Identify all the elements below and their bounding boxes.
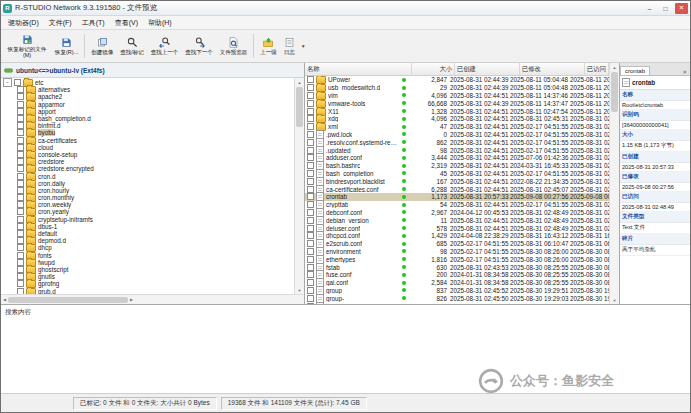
menu-tools[interactable]: 工具(T) [77, 17, 110, 29]
checkbox[interactable] [17, 194, 24, 201]
column-header-modified[interactable]: 已修改 [520, 63, 585, 75]
checkbox[interactable] [17, 137, 24, 144]
checkbox[interactable] [17, 273, 24, 280]
checkbox[interactable] [17, 216, 24, 223]
column-header-size[interactable]: 大小 [412, 63, 455, 75]
tree-item-dbus-1[interactable]: dbus-1 [3, 223, 294, 230]
checkbox[interactable] [17, 173, 24, 180]
tree-item-ca-certificates[interactable]: ca-certificates [3, 137, 294, 144]
checkbox[interactable] [17, 244, 24, 251]
tree-item-bash-completion-d[interactable]: bash_completion.d [3, 115, 294, 122]
checkbox[interactable] [17, 280, 24, 287]
scroll-down-icon[interactable]: ▼ [613, 296, 617, 304]
file-modified: 2025-08-11 14:37:47 [510, 100, 570, 107]
menu-file[interactable]: 文件(F) [44, 17, 77, 29]
tree-item-byobu[interactable]: byobu [3, 129, 294, 136]
checkbox[interactable] [17, 101, 24, 108]
checkbox[interactable] [17, 122, 24, 129]
checkbox[interactable] [17, 266, 24, 273]
scroll-right-icon[interactable]: ▶ [130, 297, 133, 302]
tree-item-cryptsetup-initramfs[interactable]: cryptsetup-initramfs [3, 216, 294, 223]
tree-item-cloud[interactable]: cloud [3, 144, 294, 151]
tree-item-cron-yearly[interactable]: cron.yearly [3, 208, 294, 215]
file-list-vertical-scrollbar[interactable]: ▲ ▼ [609, 63, 619, 304]
tree-collapse-icon[interactable]: − [3, 78, 12, 87]
title-bar[interactable]: R R-STUDIO Network 9.3.191580 - 文件预览 – □… [1, 1, 690, 16]
tree-item-cron-monthly[interactable]: cron.monthly [3, 194, 294, 201]
checkbox[interactable] [17, 86, 24, 93]
maximize-button[interactable]: □ [659, 3, 672, 14]
tree-horizontal-scrollbar[interactable]: ◀ ▶ [1, 294, 304, 304]
checkbox[interactable] [14, 79, 21, 86]
checkbox[interactable] [17, 93, 24, 100]
tree-root-etc[interactable]: − etc [3, 79, 294, 86]
log-content-area[interactable] [1, 320, 690, 393]
panel-close-icon[interactable]: ✕ [679, 69, 690, 75]
scrollbar-thumb[interactable] [611, 72, 618, 112]
checkbox[interactable] [17, 115, 24, 122]
checkbox[interactable] [17, 144, 24, 151]
tree-item-depmod-d[interactable]: depmod.d [3, 237, 294, 244]
tree-vertical-scrollbar[interactable]: ▲ ▼ [294, 78, 304, 294]
find-next-button[interactable]: 查找下一个 [182, 31, 216, 61]
tree-item-apache2[interactable]: apache2 [3, 93, 294, 100]
checkbox[interactable] [17, 129, 24, 136]
scroll-up-icon[interactable]: ▲ [613, 63, 617, 71]
checkbox[interactable] [17, 252, 24, 259]
scrollbar-thumb[interactable] [296, 87, 303, 127]
scroll-left-icon[interactable]: ◀ [3, 297, 6, 302]
tree-item-cron-weekly[interactable]: cron.weekly [3, 201, 294, 208]
toolbar-overflow-chevron-down-icon[interactable]: ▼ [299, 43, 308, 49]
checkbox[interactable] [17, 208, 24, 215]
minimize-button[interactable]: – [643, 3, 656, 14]
tree-item-ghostscript[interactable]: ghostscript [3, 266, 294, 273]
tree-item-alternatives[interactable]: alternatives [3, 86, 294, 93]
tree-item-apparmor[interactable]: apparmor [3, 101, 294, 108]
checkbox[interactable] [17, 151, 24, 158]
menu-view[interactable]: 查看(V) [110, 17, 143, 29]
tree-item-credstore-encrypted[interactable]: credstore.encrypted [3, 165, 294, 172]
scroll-down-icon[interactable]: ▼ [298, 286, 302, 294]
tree-item-cron-d[interactable]: cron.d [3, 172, 294, 179]
menu-help[interactable]: 帮助(H) [143, 17, 177, 29]
file-viewer-button[interactable]: 文件预览器 [217, 31, 251, 61]
log-button[interactable]: 日志 [281, 31, 298, 61]
checkbox[interactable] [17, 108, 24, 115]
checkbox[interactable] [17, 165, 24, 172]
checkbox[interactable] [17, 187, 24, 194]
tree-item-cron-daily[interactable]: cron.daily [3, 180, 294, 187]
tab-crontab[interactable]: crontab [620, 66, 650, 75]
scrollbar-thumb[interactable] [8, 297, 128, 303]
find-mark-button[interactable]: 查找/标记 [117, 31, 147, 61]
checkbox[interactable] [17, 158, 24, 165]
tree-item-fonts[interactable]: fonts [3, 252, 294, 259]
tree-item-default[interactable]: default [3, 230, 294, 237]
recover-marked-button[interactable]: 恢复标记的文件(M) [3, 31, 51, 61]
scroll-up-icon[interactable]: ▲ [298, 78, 302, 86]
checkbox[interactable] [17, 237, 24, 244]
checkbox[interactable] [17, 180, 24, 187]
column-header-name[interactable]: 名称 [305, 63, 412, 75]
tree-item-binfmt-d[interactable]: binfmt.d [3, 122, 294, 129]
up-level-button[interactable]: 上一级 [257, 31, 280, 61]
menu-drive[interactable]: 驱动器(D) [3, 17, 44, 29]
checkbox[interactable] [17, 201, 24, 208]
tree-item-cron-hourly[interactable]: cron.hourly [3, 187, 294, 194]
checkbox[interactable] [17, 223, 24, 230]
tree-item-gnutls[interactable]: gnutls [3, 273, 294, 280]
column-header-accessed[interactable]: 已访问 [585, 63, 609, 75]
create-image-button[interactable]: 创建镜像 [88, 31, 116, 61]
close-button[interactable]: ✕ [675, 3, 688, 14]
find-previous-button[interactable]: 查找上一个 [148, 31, 182, 61]
checkbox[interactable] [17, 259, 24, 266]
checkbox[interactable] [17, 230, 24, 237]
recover-button[interactable]: 恢复(R)... [52, 31, 81, 61]
tree-item-credstore[interactable]: credstore [3, 158, 294, 165]
tree-item-dhcp[interactable]: dhcp [3, 244, 294, 251]
partition-path-bar[interactable]: ubuntu<=>ubuntu-lv (Ext4fs) [1, 63, 304, 78]
column-header-created[interactable]: 已创建 [455, 63, 520, 75]
tree-item-apport[interactable]: apport [3, 108, 294, 115]
tree-item-fwupd[interactable]: fwupd [3, 259, 294, 266]
tree-item-gprofng[interactable]: gprofng [3, 280, 294, 287]
tree-item-console-setup[interactable]: console-setup [3, 151, 294, 158]
